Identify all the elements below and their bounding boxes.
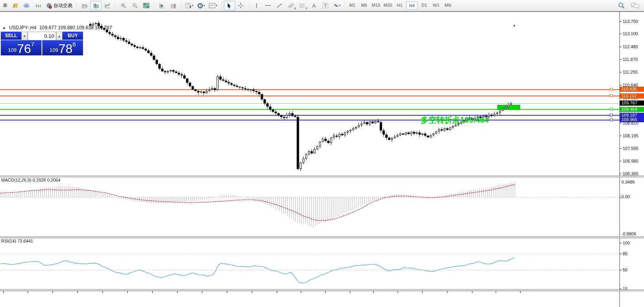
text-label-tool-button[interactable]: T <box>320 1 331 10</box>
dropdown-arrow-icon[interactable]: ▾ <box>339 4 341 7</box>
new-order-button[interactable]: 单 <box>1 1 9 10</box>
pivot-annotation-text[interactable]: 多空转折点109.464 <box>421 115 489 125</box>
search-icon[interactable] <box>618 2 625 9</box>
sell-price-box[interactable]: 109 76 7 <box>1 40 42 55</box>
rsi-indicator-label: RSI(14) 73.6441 <box>1 239 33 243</box>
toolbar-separator <box>247 2 250 9</box>
text-tool-button[interactable]: A <box>308 1 320 10</box>
bar-chart-icon <box>81 3 88 9</box>
volume-input[interactable] <box>28 32 56 40</box>
indicators-button[interactable]: ▾ <box>183 1 195 10</box>
chart-title-row: ▲ USDJPY-,H4 109.677 109.880 109.638 109… <box>2 25 112 30</box>
timeframe-toolbar: M1M5M15M30H1H4D1W1MN <box>347 1 453 10</box>
trendline-icon <box>276 3 283 8</box>
horizontal-line-tool-button[interactable] <box>263 1 274 10</box>
current-price-label: 109.767 <box>620 100 644 106</box>
crosshair-tool-button[interactable] <box>235 1 247 10</box>
zoom-in-button[interactable] <box>117 1 129 10</box>
chart-canvas[interactable] <box>0 12 644 307</box>
cursor-tool-button[interactable] <box>224 1 235 10</box>
broadcast-icon <box>35 3 42 8</box>
auto-scroll-button[interactable] <box>156 1 168 10</box>
price-scale-tick: 111.870 <box>623 57 638 62</box>
pane-splitter[interactable] <box>0 237 644 238</box>
toolbar-separator <box>220 2 223 9</box>
chart-symbol-title: USDJPY-,H4 <box>9 25 36 30</box>
sell-button[interactable]: SELL <box>1 32 21 40</box>
one-click-panel-toggle[interactable]: ▲ <box>2 26 6 30</box>
volume-decrease-button[interactable]: ▼ <box>21 32 28 40</box>
dropdown-arrow-icon[interactable]: ▾ <box>216 4 217 7</box>
timeframe-button-m5[interactable]: M5 <box>359 1 370 9</box>
fibonacci-icon <box>299 3 306 8</box>
autotrading-label: 自动交易 <box>53 2 72 9</box>
timeframe-button-m15[interactable]: M15 <box>370 1 381 9</box>
price-scale-tick: 108.195 <box>623 133 638 138</box>
channel-letter: E <box>294 7 296 10</box>
buy-price-prefix: 109 <box>49 47 58 53</box>
timeframe-button-w1[interactable]: W1 <box>431 1 442 9</box>
tile-windows-button[interactable] <box>140 1 152 10</box>
timeframe-button-m30[interactable]: M30 <box>382 1 393 9</box>
level-price-label: 110.426 <box>620 87 644 92</box>
arrows-tool-button[interactable]: ▾ <box>331 1 343 10</box>
volume-increase-button[interactable]: ▲ <box>56 32 62 40</box>
periods-button[interactable]: ▾ <box>195 1 207 10</box>
bar-chart-button[interactable] <box>79 1 90 10</box>
macd-scale-max: 0.3486 <box>621 180 635 184</box>
macd-indicator-label: MACD(12,26,9) 0.2928 0.2064 <box>1 178 60 182</box>
zoom-in-icon <box>120 2 127 9</box>
sell-price-prefix: 109 <box>8 47 17 53</box>
macd-scale-min: -0.8806 <box>621 231 636 236</box>
timeframe-button-h4[interactable]: H4 <box>406 1 418 10</box>
macd-scale-zero: 0.00 <box>621 194 630 199</box>
text-tool-letter: A <box>312 3 316 9</box>
chart-shift-icon <box>170 3 177 9</box>
timeframe-button-m1[interactable]: M1 <box>347 1 358 9</box>
trendline-tool-button[interactable] <box>274 1 285 10</box>
dropdown-arrow-icon[interactable]: ▾ <box>204 4 205 7</box>
timeframe-button-h1[interactable]: H1 <box>394 1 405 9</box>
horizontal-line-icon <box>265 3 271 8</box>
timeframe-button-mn[interactable]: MN <box>442 1 453 9</box>
price-scale-tick: 107.595 <box>623 146 638 151</box>
pane-splitter[interactable] <box>0 290 644 291</box>
chart-shift-button[interactable] <box>168 1 179 10</box>
toolbar-separator <box>75 2 78 9</box>
vertical-line-tool-button[interactable] <box>251 1 263 10</box>
zoom-out-icon <box>132 2 138 9</box>
toolbar-separator <box>153 2 155 9</box>
price-scale-tick: 111.255 <box>623 70 638 74</box>
zoom-out-button[interactable] <box>129 1 140 10</box>
cloud-icon <box>23 3 30 8</box>
buy-price-pip: 6 <box>72 41 76 47</box>
toolbar-separator <box>343 2 346 9</box>
buy-button[interactable]: BUY <box>62 32 83 40</box>
chart-shift-marker[interactable]: ▼ <box>513 24 516 28</box>
templates-button[interactable]: ▾ <box>207 1 219 10</box>
line-chart-icon <box>104 3 111 9</box>
price-scale-tick: 112.485 <box>623 44 638 49</box>
dropdown-arrow-icon[interactable]: ▾ <box>192 4 193 7</box>
cursor-icon <box>227 3 232 8</box>
autotrading-icon <box>46 3 52 9</box>
label-tool-letter: T <box>323 3 329 8</box>
autotrading-button[interactable]: 自动交易 <box>44 1 74 10</box>
pane-splitter[interactable] <box>0 176 644 177</box>
buy-price-box[interactable]: 109 78 6 <box>42 40 83 55</box>
tile-windows-icon <box>143 3 149 8</box>
timeframe-button-d1[interactable]: D1 <box>419 1 430 9</box>
fibonacci-tool-button[interactable]: F <box>297 1 308 10</box>
community-button[interactable] <box>21 1 32 10</box>
candlestick-chart-button[interactable] <box>90 1 102 10</box>
level-price-label: 110.112 <box>620 93 644 99</box>
price-list-icon <box>12 3 19 8</box>
signals-button[interactable] <box>32 1 44 10</box>
level-price-label: 108.965 <box>620 117 644 122</box>
chat-icon[interactable] <box>631 2 639 9</box>
new-order-label: 单 <box>3 2 8 9</box>
main-toolbar: 单 自动交易 ▾ ▾ <box>0 0 644 11</box>
market-watch-button[interactable] <box>9 1 21 10</box>
equidistant-channel-tool-button[interactable]: E <box>285 1 297 10</box>
line-chart-button[interactable] <box>102 1 113 10</box>
